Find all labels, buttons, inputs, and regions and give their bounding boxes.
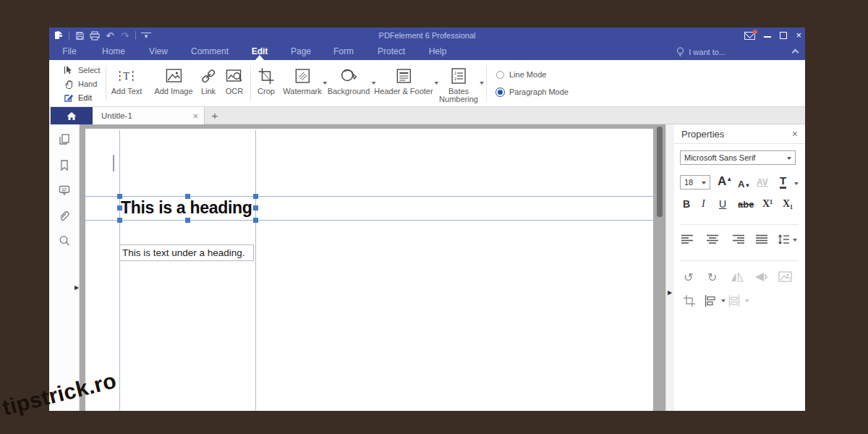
menu-file[interactable]: File (62, 43, 76, 60)
bookmarks-icon[interactable] (58, 159, 70, 171)
italic-button[interactable]: I (702, 198, 705, 210)
text-caret (113, 155, 114, 171)
document-tab[interactable]: Untitle-1 × (93, 107, 205, 124)
ribbon-toolbar: Select Hand Edit T Add Text Add Image Li… (49, 60, 805, 107)
menu-view[interactable]: View (149, 43, 168, 60)
selection-handle-n[interactable] (185, 194, 190, 199)
document-heading[interactable]: This is a heading (121, 198, 252, 218)
mail-notification-icon[interactable] (744, 32, 755, 40)
grow-font-button[interactable]: A▲ (718, 174, 732, 189)
align-justify-icon[interactable] (755, 234, 768, 244)
properties-close-icon[interactable]: × (792, 128, 798, 140)
new-tab-button[interactable]: + (207, 107, 223, 124)
menu-comment[interactable]: Comment (191, 43, 229, 60)
font-color-caret[interactable] (794, 182, 799, 185)
close-button[interactable]: × (796, 27, 801, 43)
maximize-button[interactable] (780, 32, 787, 39)
shrink-font-button[interactable]: A▼ (738, 177, 750, 190)
pdf-page[interactable]: This is a heading This is text under a h… (85, 129, 653, 411)
hand-tool-label: Hand (78, 80, 97, 88)
header-footer-button[interactable]: Header & Footer (374, 64, 433, 95)
superscript-button[interactable]: X¹ (762, 198, 773, 210)
menu-home[interactable]: Home (102, 43, 125, 60)
menu-page[interactable]: Page (291, 43, 311, 60)
minimize-button[interactable] (764, 27, 771, 43)
ocr-button[interactable]: OCR (225, 64, 244, 95)
align-objects-icon[interactable] (705, 295, 716, 307)
hand-tool[interactable]: Hand (64, 77, 101, 90)
paragraph-mode-radio[interactable] (496, 88, 504, 96)
font-size-value: 18 (684, 178, 693, 187)
watermark-button[interactable]: Watermark (283, 64, 321, 95)
i-want-to-button[interactable]: I want to... (676, 43, 726, 60)
rotate-right-icon[interactable]: ↻ (707, 271, 717, 284)
add-text-icon: T (117, 67, 136, 85)
edit-tool[interactable]: Edit (64, 90, 101, 104)
menu-help[interactable]: Help (429, 43, 447, 60)
selection-handle-e[interactable] (253, 205, 258, 210)
selection-handle-s[interactable] (185, 218, 190, 223)
distribute-objects-caret (745, 299, 749, 302)
align-center-icon[interactable] (706, 234, 719, 244)
body-text-block[interactable]: This is text under a heading. (119, 244, 254, 261)
bold-button[interactable]: B (683, 198, 690, 210)
attachments-icon[interactable] (58, 210, 70, 222)
properties-title: Properties (681, 129, 724, 140)
collapse-ribbon-icon[interactable] (792, 49, 799, 56)
select-tool-label: Select (78, 66, 101, 75)
selection-handle-sw[interactable] (117, 218, 122, 223)
thumbnails-icon[interactable] (58, 133, 70, 145)
line-mode-option[interactable]: Line Mode (496, 66, 569, 83)
link-button[interactable]: Link (199, 64, 218, 95)
subscript-button[interactable]: X₁ (783, 198, 793, 210)
home-tab-button[interactable] (51, 107, 93, 124)
vertical-scrollbar-thumb[interactable] (657, 127, 663, 217)
menu-form[interactable]: Form (333, 43, 354, 60)
background-button[interactable]: Background (328, 64, 370, 95)
line-spacing-icon[interactable] (778, 234, 790, 244)
header-footer-dropdown-caret[interactable] (435, 82, 439, 85)
font-color-button[interactable]: T (780, 175, 786, 189)
text-block-right-guide (255, 130, 256, 411)
align-right-icon[interactable] (731, 234, 744, 244)
properties-panel: Properties × Microsoft Sans Serif 18 A▲ … (674, 124, 805, 411)
selection-handle-ne[interactable] (253, 194, 258, 199)
tab-close-icon[interactable]: × (192, 111, 198, 122)
content-area: ▶ This is a heading (49, 124, 805, 411)
underline-button[interactable]: U (719, 198, 726, 210)
add-text-button[interactable]: T Add Text (111, 64, 142, 95)
bates-numbering-button[interactable]: 12 Bates Numbering (439, 64, 478, 103)
line-mode-radio[interactable] (496, 71, 504, 79)
divider (680, 260, 799, 261)
document-tab-bar: Untitle-1 × + (49, 107, 805, 124)
line-spacing-caret[interactable] (793, 239, 797, 242)
properties-collapse-handle[interactable]: ▶ (668, 290, 672, 296)
home-icon (67, 111, 77, 121)
align-objects-caret[interactable] (721, 299, 726, 302)
select-tool[interactable]: Select (64, 63, 101, 77)
selection-handle-se[interactable] (253, 218, 258, 223)
selection-handle-w[interactable] (117, 205, 122, 210)
rotate-left-icon[interactable]: ↺ (684, 271, 693, 284)
paragraph-mode-option[interactable]: Paragraph Mode (496, 83, 569, 101)
font-size-select[interactable]: 18 (680, 175, 710, 190)
text-block-left-guide (119, 130, 120, 411)
add-image-button[interactable]: Add Image (154, 64, 192, 95)
bates-dropdown-caret[interactable] (480, 82, 484, 85)
menu-protect[interactable]: Protect (378, 43, 405, 60)
sidebar-expand-handle[interactable]: ▶ (75, 285, 79, 291)
bates-numbering-icon: 12 (449, 67, 468, 85)
i-want-to-label: I want to... (689, 48, 726, 56)
comments-icon[interactable] (58, 184, 70, 196)
flip-vertical-icon (754, 272, 767, 282)
document-canvas[interactable]: This is a heading This is text under a h… (80, 124, 665, 411)
crop-button[interactable]: Crop (258, 64, 276, 95)
align-left-icon[interactable] (681, 234, 694, 244)
svg-text:1: 1 (454, 71, 457, 75)
search-icon[interactable] (58, 234, 70, 247)
font-family-select[interactable]: Microsoft Sans Serif (680, 150, 796, 165)
crop-label: Crop (258, 88, 276, 95)
strikethrough-button[interactable]: abe (738, 199, 754, 210)
add-image-label: Add Image (154, 88, 192, 95)
selection-handle-nw[interactable] (117, 194, 122, 199)
